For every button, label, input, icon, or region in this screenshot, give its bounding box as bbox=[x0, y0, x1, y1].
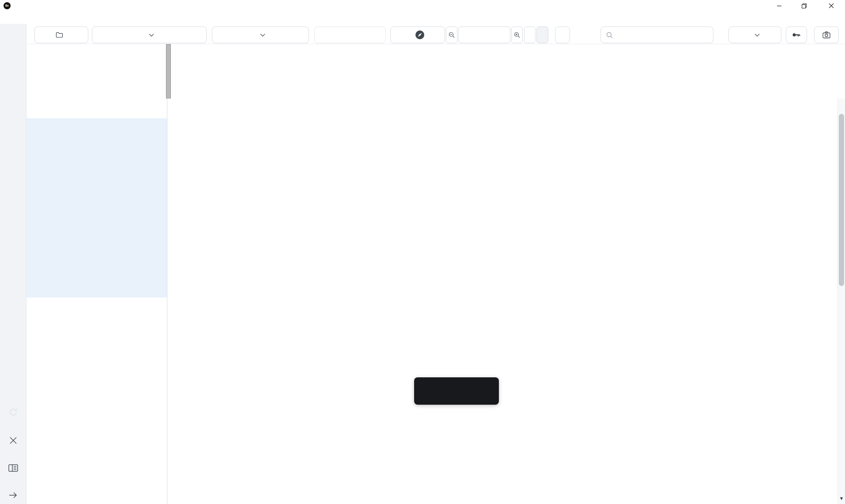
tooltip-row-training bbox=[420, 383, 493, 384]
popvision-window: 8c bbox=[0, 0, 845, 504]
timeline-area[interactable] bbox=[168, 0, 837, 504]
scrollbar-thumb[interactable] bbox=[839, 114, 844, 286]
menu-help[interactable] bbox=[39, 13, 42, 15]
summary-panel bbox=[26, 44, 167, 98]
menu-view[interactable] bbox=[19, 13, 22, 15]
scroll-down-icon[interactable]: ▼ bbox=[838, 495, 845, 501]
refresh-icon bbox=[6, 405, 20, 419]
tooltip-row-validation bbox=[420, 398, 493, 399]
validation-loss-swatch bbox=[420, 398, 427, 399]
arrow-right-icon bbox=[9, 492, 18, 499]
training-loss-swatch bbox=[420, 383, 427, 384]
clear-selection-button[interactable] bbox=[6, 433, 20, 448]
add-file-button[interactable] bbox=[34, 26, 88, 43]
side-panel-button[interactable] bbox=[6, 461, 20, 475]
chart-tooltip bbox=[414, 377, 499, 405]
left-rail bbox=[0, 24, 26, 504]
sidebar-divider bbox=[167, 98, 167, 504]
folder-icon bbox=[56, 32, 63, 38]
pinned-section-background bbox=[26, 118, 167, 297]
chevron-down-icon bbox=[149, 34, 154, 37]
app-logo-icon: 8c bbox=[4, 2, 11, 9]
menu-file[interactable] bbox=[4, 13, 7, 15]
close-icon bbox=[9, 436, 17, 444]
expand-rail-button[interactable] bbox=[6, 488, 20, 502]
report-panel-icon bbox=[8, 464, 18, 472]
